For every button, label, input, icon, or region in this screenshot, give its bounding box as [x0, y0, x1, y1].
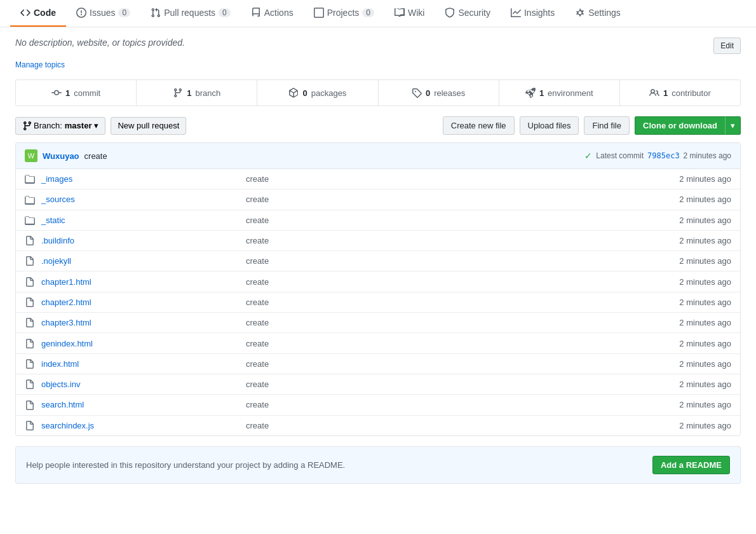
tab-actions[interactable]: Actions — [241, 0, 304, 27]
find-file-button[interactable]: Find file — [584, 116, 630, 135]
branch-selector[interactable]: Branch: master ▾ — [15, 117, 105, 135]
commit-time: 2 minutes ago — [684, 151, 731, 160]
file-name[interactable]: chapter2.html — [41, 298, 246, 307]
file-icon — [25, 338, 36, 348]
file-message: create — [246, 256, 655, 266]
file-rows-container: _images create 2 minutes ago _sources cr… — [16, 169, 740, 435]
table-row: _static create 2 minutes ago — [16, 210, 740, 231]
commit-hash[interactable]: 7985ec3 — [647, 151, 680, 160]
tab-projects-label: Projects — [327, 8, 360, 18]
table-row: _sources create 2 minutes ago — [16, 189, 740, 210]
file-name[interactable]: objects.inv — [41, 380, 246, 389]
branches-label: branch — [196, 88, 221, 98]
tab-pull-requests[interactable]: Pull requests 0 — [140, 0, 241, 27]
commit-author[interactable]: Wuxuyao — [43, 151, 79, 161]
environments-label: environment — [548, 88, 593, 98]
avatar: W — [25, 149, 37, 162]
stat-environments[interactable]: 1 environment — [499, 80, 620, 106]
file-message: create — [246, 298, 655, 307]
tab-insights[interactable]: Insights — [501, 0, 565, 27]
file-time: 2 minutes ago — [655, 298, 731, 307]
manage-topics-link[interactable]: Manage topics — [15, 60, 65, 69]
file-name[interactable]: index.html — [41, 359, 246, 369]
contributors-count: 1 — [663, 88, 668, 98]
file-message: create — [246, 318, 655, 327]
packages-count: 0 — [302, 88, 307, 98]
file-name[interactable]: _sources — [41, 195, 246, 204]
clone-or-download-button: Clone or download ▾ — [635, 116, 741, 135]
commit-message: create — [84, 151, 107, 161]
pr-badge: 0 — [219, 8, 231, 17]
stat-branches[interactable]: 1 branch — [137, 80, 257, 106]
file-name[interactable]: _static — [41, 216, 246, 225]
file-time: 2 minutes ago — [655, 318, 731, 327]
file-message: create — [246, 380, 655, 389]
chevron-down-icon: ▾ — [94, 121, 98, 130]
new-pull-request-button[interactable]: New pull request — [111, 117, 186, 135]
packages-label: packages — [311, 88, 347, 98]
create-new-file-button[interactable]: Create new file — [443, 116, 515, 135]
table-row: genindex.html create 2 minutes ago — [16, 333, 740, 353]
file-name[interactable]: .buildinfo — [41, 236, 246, 245]
file-name[interactable]: chapter3.html — [41, 318, 246, 327]
file-time: 2 minutes ago — [655, 236, 731, 245]
tab-projects[interactable]: Projects 0 — [304, 0, 384, 27]
edit-button[interactable]: Edit — [713, 38, 741, 54]
stat-contributors[interactable]: 1 contributor — [620, 80, 740, 106]
table-row: search.html create 2 minutes ago — [16, 395, 740, 415]
commit-row-right: ✓ Latest commit 7985ec3 2 minutes ago — [584, 151, 731, 161]
folder-icon — [25, 174, 36, 184]
tab-issues[interactable]: Issues 0 — [66, 0, 140, 27]
tab-settings[interactable]: Settings — [565, 0, 631, 27]
tab-code[interactable]: Code — [10, 0, 66, 27]
file-name[interactable]: searchindex.js — [41, 421, 246, 430]
table-row: chapter2.html create 2 minutes ago — [16, 292, 740, 313]
action-bar: Branch: master ▾ New pull request Create… — [15, 116, 741, 135]
stat-packages[interactable]: 0 packages — [257, 80, 378, 106]
svg-text:W: W — [28, 152, 35, 160]
folder-icon — [25, 194, 36, 205]
description-text: No description, website, or topics provi… — [15, 38, 185, 48]
file-table: W Wuxuyao create ✓ Latest commit 7985ec3… — [15, 142, 741, 436]
file-time: 2 minutes ago — [655, 339, 731, 348]
table-row: searchindex.js create 2 minutes ago — [16, 416, 740, 435]
file-name[interactable]: genindex.html — [41, 339, 246, 348]
file-message: create — [246, 216, 655, 225]
clone-dropdown-arrow[interactable]: ▾ — [725, 116, 741, 135]
file-message: create — [246, 359, 655, 369]
branch-label: Branch: — [34, 121, 62, 130]
description-row: No description, website, or topics provi… — [15, 38, 741, 54]
table-row: index.html create 2 minutes ago — [16, 354, 740, 374]
file-name[interactable]: .nojekyll — [41, 256, 246, 266]
file-time: 2 minutes ago — [655, 359, 731, 369]
file-icon — [25, 359, 36, 369]
releases-count: 0 — [426, 88, 430, 98]
commits-count: 1 — [65, 88, 70, 98]
file-name[interactable]: chapter1.html — [41, 277, 246, 287]
add-readme-button[interactable]: Add a README — [652, 456, 730, 474]
file-message: create — [246, 195, 655, 204]
table-row: chapter1.html create 2 minutes ago — [16, 271, 740, 292]
file-name[interactable]: search.html — [41, 400, 246, 409]
commits-label: commit — [74, 88, 100, 98]
latest-commit-label: Latest commit — [596, 151, 644, 160]
commit-row: W Wuxuyao create ✓ Latest commit 7985ec3… — [16, 143, 740, 169]
table-row: .nojekyll create 2 minutes ago — [16, 251, 740, 271]
tab-issues-label: Issues — [90, 8, 115, 18]
tab-wiki[interactable]: Wiki — [384, 0, 435, 27]
stat-releases[interactable]: 0 releases — [379, 80, 499, 106]
tab-security[interactable]: Security — [435, 0, 501, 27]
file-time: 2 minutes ago — [655, 380, 731, 389]
file-icon — [25, 379, 36, 390]
stat-commits[interactable]: 1 commit — [16, 80, 137, 106]
branch-name: master — [65, 121, 92, 130]
file-name[interactable]: _images — [41, 174, 246, 184]
readme-banner-text: Help people interested in this repositor… — [26, 460, 345, 470]
clone-main-button[interactable]: Clone or download — [635, 116, 725, 135]
tab-insights-label: Insights — [524, 8, 555, 18]
issues-badge: 0 — [118, 8, 130, 17]
table-row: objects.inv create 2 minutes ago — [16, 374, 740, 395]
upload-files-button[interactable]: Upload files — [520, 116, 579, 135]
file-time: 2 minutes ago — [655, 216, 731, 225]
file-message: create — [246, 174, 655, 184]
